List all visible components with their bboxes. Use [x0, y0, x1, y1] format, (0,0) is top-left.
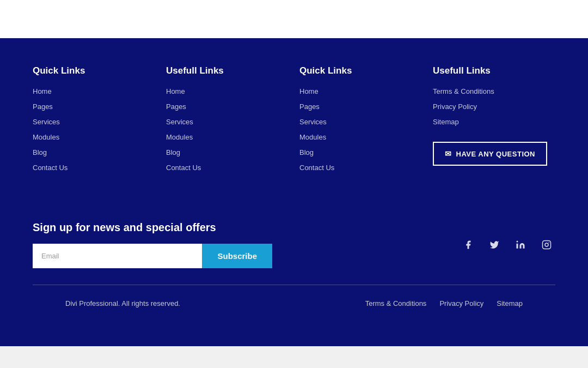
top-white-space — [0, 0, 588, 38]
list-item: Contact Us — [166, 162, 289, 172]
svg-point-0 — [517, 241, 518, 243]
list-item: Pages — [299, 101, 422, 111]
link-contact-1[interactable]: Contact Us — [33, 164, 68, 172]
bottom-sitemap-link[interactable]: Sitemap — [497, 299, 523, 307]
bottom-terms-link[interactable]: Terms & Conditions — [365, 299, 427, 307]
list-item: Services — [166, 117, 289, 126]
link-pages-3[interactable]: Pages — [299, 102, 320, 111]
link-services-3[interactable]: Services — [299, 118, 327, 126]
list-item: Pages — [33, 101, 155, 111]
col-usefull-links-2: Usefull Links Terms & Conditions Privacy… — [433, 65, 555, 178]
social-icons — [460, 236, 555, 254]
list-item: Modules — [299, 132, 422, 142]
list-item: Blog — [299, 147, 422, 157]
list-item: Services — [33, 117, 155, 126]
svg-rect-1 — [543, 241, 551, 249]
linkedin-icon[interactable] — [512, 236, 529, 254]
envelope-icon: ✉ — [445, 149, 452, 158]
list-item: Terms & Conditions — [433, 86, 555, 96]
col1-heading: Quick Links — [33, 65, 155, 76]
link-sitemap[interactable]: Sitemap — [433, 118, 459, 126]
signup-left: Sign up for news and special offers Subs… — [33, 221, 272, 268]
have-question-label: HAVE ANY QUESTION — [456, 150, 536, 158]
signup-heading: Sign up for news and special offers — [33, 221, 272, 234]
col-quick-links-1: Quick Links Home Pages Services Modules … — [33, 65, 155, 178]
col4-heading: Usefull Links — [433, 65, 555, 76]
copyright-text: Divi Professional. All rights reserved. — [65, 299, 180, 307]
list-item: Home — [299, 86, 422, 96]
list-item: Blog — [33, 147, 155, 157]
footer-divider — [33, 285, 555, 285]
col-usefull-links-1: Usefull Links Home Pages Services Module… — [166, 65, 289, 178]
twitter-icon[interactable] — [486, 236, 503, 254]
link-modules-3[interactable]: Modules — [299, 133, 326, 141]
list-item: Blog — [166, 147, 289, 157]
footer-bottom: Divi Professional. All rights reserved. … — [33, 291, 555, 316]
link-home-1[interactable]: Home — [33, 87, 52, 95]
list-item: Contact Us — [299, 162, 422, 172]
divider-section: Sign up for news and special offers Subs… — [0, 216, 588, 316]
link-modules-2[interactable]: Modules — [166, 133, 193, 141]
svg-point-3 — [548, 242, 549, 243]
list-item: Contact Us — [33, 162, 155, 172]
link-pages-1[interactable]: Pages — [33, 102, 53, 111]
list-item: Sitemap — [433, 117, 555, 126]
list-item: Home — [166, 86, 289, 96]
link-terms[interactable]: Terms & Conditions — [433, 87, 494, 95]
col3-links: Home Pages Services Modules Blog Contact… — [299, 86, 422, 172]
facebook-icon[interactable] — [460, 236, 477, 254]
link-contact-3[interactable]: Contact Us — [299, 164, 334, 172]
col2-heading: Usefull Links — [166, 65, 289, 76]
svg-point-2 — [545, 243, 548, 246]
bottom-white-space — [0, 346, 588, 368]
footer-main: Quick Links Home Pages Services Modules … — [0, 38, 588, 216]
bottom-privacy-link[interactable]: Privacy Policy — [439, 299, 483, 307]
list-item: Modules — [33, 132, 155, 142]
list-item: Services — [299, 117, 422, 126]
instagram-icon[interactable] — [538, 236, 555, 254]
link-pages-2[interactable]: Pages — [166, 102, 186, 111]
link-blog-3[interactable]: Blog — [299, 148, 314, 156]
footer: Quick Links Home Pages Services Modules … — [0, 38, 588, 346]
col3-heading: Quick Links — [299, 65, 422, 76]
email-form: Subscribe — [33, 244, 272, 268]
signup-row: Sign up for news and special offers Subs… — [33, 216, 555, 279]
link-privacy[interactable]: Privacy Policy — [433, 102, 477, 111]
link-services-1[interactable]: Services — [33, 118, 60, 126]
list-item: Pages — [166, 101, 289, 111]
have-any-question-button[interactable]: ✉ HAVE ANY QUESTION — [433, 142, 547, 166]
col4-links: Terms & Conditions Privacy Policy Sitema… — [433, 86, 555, 126]
link-modules-1[interactable]: Modules — [33, 133, 59, 141]
col2-links: Home Pages Services Modules Blog Contact… — [166, 86, 289, 172]
link-services-2[interactable]: Services — [166, 118, 193, 126]
footer-columns: Quick Links Home Pages Services Modules … — [33, 65, 555, 178]
link-home-2[interactable]: Home — [166, 87, 185, 95]
col1-links: Home Pages Services Modules Blog Contact… — [33, 86, 155, 172]
subscribe-button[interactable]: Subscribe — [202, 244, 272, 268]
list-item: Modules — [166, 132, 289, 142]
link-home-3[interactable]: Home — [299, 87, 318, 95]
list-item: Privacy Policy — [433, 101, 555, 111]
col-quick-links-2: Quick Links Home Pages Services Modules … — [299, 65, 422, 178]
link-contact-2[interactable]: Contact Us — [166, 164, 201, 172]
footer-bottom-links: Terms & Conditions Privacy Policy Sitema… — [365, 299, 523, 307]
link-blog-2[interactable]: Blog — [166, 148, 180, 156]
email-input[interactable] — [33, 244, 202, 268]
link-blog-1[interactable]: Blog — [33, 148, 47, 156]
list-item: Home — [33, 86, 155, 96]
